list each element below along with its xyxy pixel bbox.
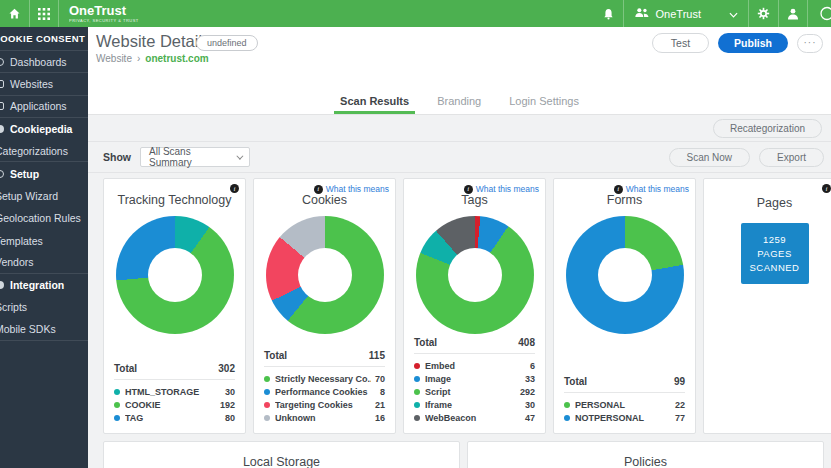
onetrust-logo: OneTrust PRIVACY, SECURITY & TRUST — [59, 0, 149, 27]
org-selector[interactable]: OneTrust — [624, 0, 748, 27]
sidebar-item-vendors[interactable]: Vendors — [0, 252, 88, 274]
breadcrumb: Website › onetrust.com — [96, 53, 209, 64]
what-this-means-link[interactable]: What this means — [326, 184, 389, 194]
legend-label: PERSONAL — [575, 400, 671, 410]
legend-value: 30 — [225, 387, 235, 397]
show-label: Show — [103, 151, 131, 163]
websites-icon — [0, 80, 8, 88]
home-icon[interactable] — [0, 0, 29, 27]
info-icon[interactable]: i — [822, 184, 831, 193]
sidebar-item-templates[interactable]: Templates — [0, 229, 88, 251]
help-icon[interactable] — [808, 0, 831, 27]
legend-dot — [414, 415, 420, 421]
what-this-means-link[interactable]: What this means — [476, 184, 539, 194]
top-bar: OneTrust PRIVACY, SECURITY & TRUST OneTr… — [0, 0, 831, 27]
recategorization-row: Recategorization — [88, 115, 831, 142]
info-icon[interactable]: i — [230, 184, 239, 193]
legend-value: 192 — [220, 400, 235, 410]
sidebar-item-applications[interactable]: Applications — [0, 96, 88, 118]
sidebar-item-mobile-sdks[interactable]: Mobile SDKs — [0, 319, 88, 341]
legend-dot — [414, 363, 420, 369]
sidebar-item-websites[interactable]: Websites — [0, 73, 88, 95]
card-info: i What this means — [314, 184, 389, 194]
status-badge: undefined — [196, 35, 258, 51]
test-button[interactable]: Test — [652, 33, 709, 53]
cookies-donut-chart[interactable] — [266, 216, 384, 334]
card-info: i What this means — [464, 184, 539, 194]
pages-scanned-line2: PAGES — [757, 248, 792, 259]
legend-value: 47 — [525, 413, 535, 423]
recategorization-button[interactable]: Recategorization — [713, 119, 822, 138]
legend-value: 22 — [675, 400, 685, 410]
legend-label: Iframe — [425, 400, 521, 410]
legend-value: 8 — [380, 387, 385, 397]
tracking-technology-card: i Tracking Technology Total 302 HTML_STO… — [103, 178, 246, 434]
sidebar-item-scripts[interactable]: Scripts — [0, 296, 88, 318]
sidebar-item-cookiepedia[interactable]: Cookiepedia — [0, 118, 88, 140]
notifications-bell-icon[interactable] — [594, 0, 623, 27]
pages-scanned-box: 1259 PAGES SCANNED — [741, 223, 809, 284]
sidebar-item-dashboards[interactable]: Dashboards — [0, 51, 88, 73]
gear-icon[interactable] — [749, 0, 778, 27]
legend-dot — [564, 402, 570, 408]
total-value: 408 — [518, 337, 535, 348]
forms-donut-chart[interactable] — [566, 216, 684, 334]
sidebar-item-label: Categorizations — [0, 145, 68, 157]
tags-card: i What this means Tags Total 408 Embed6I… — [403, 178, 546, 434]
legend-dot — [114, 389, 120, 395]
card-title: Policies — [468, 455, 823, 468]
total-row: Total 408 — [404, 337, 545, 348]
setup-icon — [0, 170, 8, 178]
legend-dot — [564, 415, 570, 421]
sidebar-item-integration[interactable]: Integration — [0, 274, 88, 296]
apps-grid-icon[interactable] — [30, 0, 58, 27]
legend: HTML_STORAGE30COOKIE192TAG80 — [104, 385, 245, 424]
org-people-icon — [634, 7, 650, 20]
more-options-button[interactable]: ··· — [797, 34, 823, 53]
export-button[interactable]: Export — [759, 148, 824, 167]
tab-login-settings[interactable]: Login Settings — [507, 88, 581, 114]
sidebar-item-label: Templates — [0, 235, 43, 247]
sidebar-item-label: Geolocation Rules — [0, 212, 81, 224]
legend-dot — [264, 415, 270, 421]
total-value: 302 — [218, 363, 235, 374]
tab-branding[interactable]: Branding — [435, 88, 483, 114]
legend-value: 77 — [675, 413, 685, 423]
legend-item: PERSONAL22 — [554, 398, 695, 411]
scan-summary-select[interactable]: All Scans Summary — [140, 147, 250, 167]
divider — [264, 366, 385, 367]
sidebar-item-label: Applications — [10, 100, 67, 112]
summary-cards-row: i Tracking Technology Total 302 HTML_STO… — [88, 173, 831, 434]
what-this-means-link[interactable]: What this means — [626, 184, 689, 194]
scan-now-button[interactable]: Scan Now — [669, 148, 751, 167]
page-title: Website Details — [96, 32, 210, 51]
main-area: Website Details undefined Website › onet… — [88, 27, 831, 468]
sidebar-item-setup-wizard[interactable]: Setup Wizard — [0, 185, 88, 207]
sidebar-item-categorizations[interactable]: Categorizations — [0, 140, 88, 162]
tags-donut-chart[interactable] — [416, 216, 534, 334]
applications-icon — [0, 102, 8, 110]
card-info: i — [822, 184, 831, 193]
cookiepedia-icon — [0, 125, 8, 133]
sidebar: COOKIE CONSENT DashboardsWebsitesApplica… — [0, 27, 88, 468]
total-label: Total — [114, 363, 137, 374]
breadcrumb-current[interactable]: onetrust.com — [145, 53, 208, 64]
forms-card: i What this means Forms Total 99 PERSONA… — [553, 178, 696, 434]
breadcrumb-parent[interactable]: Website — [96, 53, 132, 64]
sidebar-item-geolocation-rules[interactable]: Geolocation Rules — [0, 207, 88, 229]
tab-scan-results[interactable]: Scan Results — [338, 88, 411, 114]
sidebar-item-label: Websites — [10, 78, 53, 90]
total-label: Total — [414, 337, 437, 348]
user-icon[interactable] — [779, 0, 807, 27]
tracking-technology-donut-chart[interactable] — [116, 216, 234, 334]
legend-label: Image — [425, 374, 521, 384]
legend-item: COOKIE192 — [104, 398, 245, 411]
legend-label: Targeting Cookies — [275, 400, 371, 410]
legend-value: 80 — [225, 413, 235, 423]
org-name: OneTrust — [656, 8, 701, 20]
legend-dot — [114, 402, 120, 408]
publish-button[interactable]: Publish — [718, 33, 788, 53]
sidebar-item-setup[interactable]: Setup — [0, 162, 88, 184]
total-row: Total 115 — [254, 350, 395, 361]
legend-label: HTML_STORAGE — [125, 387, 221, 397]
